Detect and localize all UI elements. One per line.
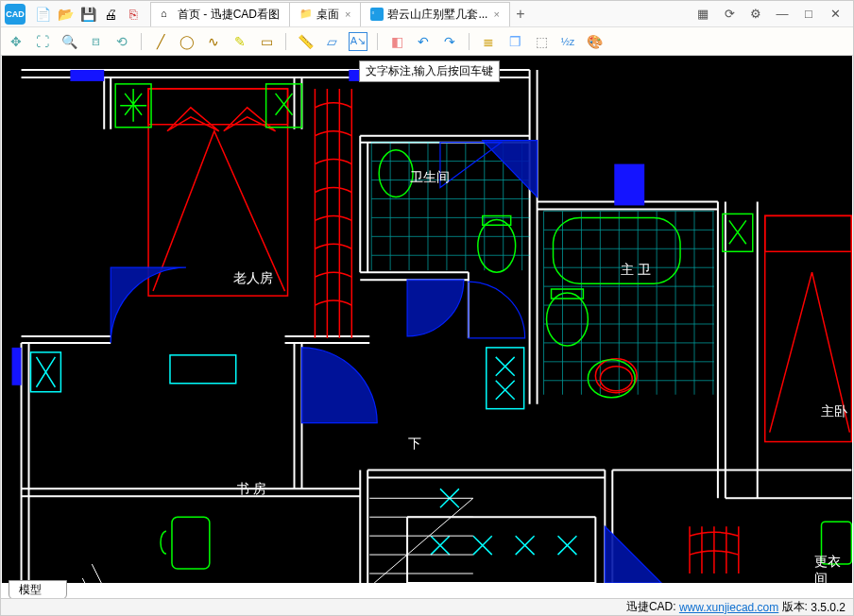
text-annotation-icon[interactable]: A↘ (349, 32, 367, 51)
eraser-icon[interactable]: ◧ (387, 32, 406, 51)
room-label-laoren: 老人房 (233, 270, 273, 287)
rectangle-icon[interactable]: ▭ (257, 32, 276, 51)
folder-icon: 📁 (299, 8, 313, 21)
separator (469, 33, 470, 50)
status-brand: 迅捷CAD: (626, 599, 676, 615)
svg-point-7 (379, 150, 413, 197)
circle-icon[interactable]: ◯ (178, 32, 196, 51)
svg-point-8 (478, 219, 516, 272)
tab-home[interactable]: ⌂ 首页 - 迅捷CAD看图 (150, 2, 290, 26)
polyline-icon[interactable]: ∿ (204, 32, 223, 51)
maximize-button[interactable]: □ (800, 6, 817, 23)
svg-rect-5 (266, 84, 302, 128)
model-tab[interactable]: 模型 (9, 580, 67, 600)
axis-icon[interactable]: ½z (558, 32, 577, 51)
room-label-gengyi: 更衣间 (814, 554, 852, 583)
new-tab-button[interactable]: + (509, 2, 532, 26)
undo-icon[interactable]: ↶ (414, 32, 433, 51)
close-icon[interactable]: × (493, 9, 499, 20)
rotate-icon[interactable]: ⟲ (112, 32, 131, 51)
bottom-tabs: 模型 (9, 580, 67, 600)
svg-rect-17 (12, 348, 22, 385)
zoom-icon[interactable]: 🔍 (60, 32, 78, 51)
3d-cube-icon[interactable]: ❒ (505, 32, 524, 51)
open-folder-icon[interactable]: 📂 (56, 5, 75, 24)
titlebar: CAD 📄 📂 💾 🖨 ⎘ ⌂ 首页 - 迅捷CAD看图 📁 桌面 × ▫ 碧云… (1, 1, 853, 27)
svg-rect-18 (170, 355, 236, 384)
cad-file-icon: ▫ (370, 8, 384, 21)
tab-label: 首页 - 迅捷CAD看图 (178, 7, 280, 23)
close-icon[interactable]: × (345, 9, 350, 20)
svg-rect-12 (172, 517, 210, 569)
save-icon[interactable]: 💾 (78, 5, 97, 24)
redo-icon[interactable]: ↷ (440, 32, 459, 51)
home-icon: ⌂ (161, 8, 174, 21)
close-button[interactable]: ✕ (827, 6, 844, 23)
print-icon[interactable]: 🖨 (101, 5, 120, 24)
separator (285, 33, 286, 50)
tab-label: 桌面 (316, 7, 339, 23)
room-label-zhuwei: 主 卫 (621, 262, 651, 279)
layers-icon[interactable]: ≣ (479, 32, 498, 51)
settings-gear-icon[interactable]: ⚙ (747, 6, 764, 23)
app-menu-icon[interactable]: ▦ (694, 6, 711, 23)
svg-rect-14 (70, 70, 104, 81)
zoom-window-icon[interactable]: ⧈ (86, 32, 105, 51)
wireframe-icon[interactable]: ⬚ (532, 32, 551, 51)
zoom-extents-icon[interactable]: ⛶ (33, 32, 52, 51)
tooltip: 文字标注,输入后按回车键 (359, 60, 500, 82)
export-icon[interactable]: ⎘ (124, 5, 143, 24)
refresh-icon[interactable]: ⟳ (721, 6, 738, 23)
room-label-xia: 下 (408, 436, 421, 453)
status-bar: 迅捷CAD: www.xunjiecad.com 版本: 3.5.0.2 (1, 598, 853, 615)
minimize-button[interactable]: — (774, 6, 791, 23)
drawing-canvas[interactable]: 老人房 卫生间 主 卫 书 房 下 主卧 更衣间 (2, 56, 852, 583)
svg-rect-0 (148, 89, 287, 296)
room-label-weishengjian: 卫生间 (410, 169, 450, 186)
svg-rect-3 (765, 215, 852, 251)
app-logo: CAD (5, 4, 26, 25)
svg-rect-9 (554, 217, 681, 283)
status-url-link[interactable]: www.xunjiecad.com (679, 601, 778, 614)
color-wheel-icon[interactable]: 🎨 (585, 32, 604, 51)
tabs-container: ⌂ 首页 - 迅捷CAD看图 📁 桌面 × ▫ 碧云山庄别墅几套... × + (150, 2, 694, 26)
pan-icon[interactable]: ✥ (7, 32, 26, 51)
line-icon[interactable]: ╱ (151, 32, 170, 51)
measure-icon[interactable]: 📏 (296, 32, 315, 51)
svg-rect-20 (487, 348, 524, 409)
status-version: 3.5.0.2 (811, 601, 845, 614)
status-version-label: 版本: (782, 599, 808, 615)
room-label-zhuwo: 主卧 (821, 403, 847, 420)
new-file-icon[interactable]: 📄 (33, 5, 52, 24)
tab-drawing[interactable]: ▫ 碧云山庄别墅几套... × (360, 2, 509, 26)
window-controls: ▦ ⟳ ⚙ — □ ✕ (694, 6, 849, 23)
tab-desktop[interactable]: 📁 桌面 × (289, 2, 361, 26)
toolbar: ✥ ⛶ 🔍 ⧈ ⟲ ╱ ◯ ∿ ✎ ▭ 📏 ▱ A↘ ◧ ↶ ↷ ≣ ❒ ⬚ ½… (1, 27, 853, 56)
separator (141, 33, 142, 50)
separator (377, 33, 378, 50)
brush-icon[interactable]: ✎ (231, 32, 249, 51)
svg-rect-1 (148, 89, 287, 125)
tab-label: 碧云山庄别墅几套... (387, 7, 487, 23)
svg-rect-16 (614, 164, 644, 206)
room-label-shufang: 书 房 (236, 481, 266, 498)
area-icon[interactable]: ▱ (322, 32, 341, 51)
